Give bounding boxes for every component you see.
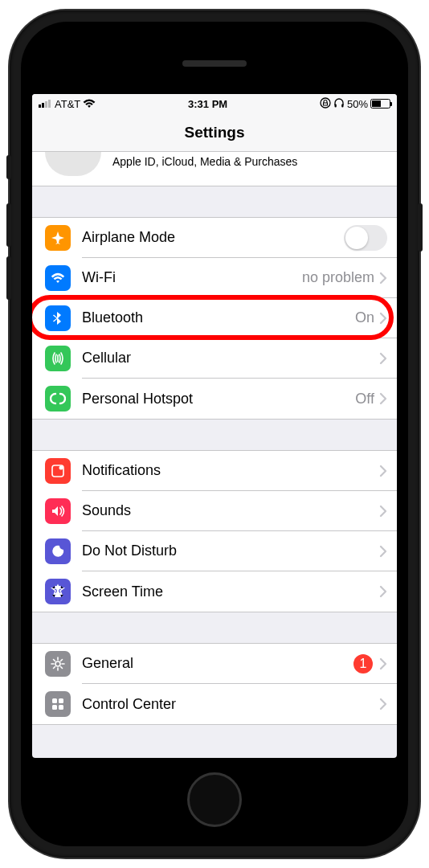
dnd-icon — [45, 538, 71, 564]
chevron-right-icon — [379, 272, 387, 285]
general-icon — [45, 651, 71, 677]
wifi-icon — [83, 99, 96, 108]
screen: AT&T 3:31 PM 50% — [32, 94, 397, 758]
settings-row-wi-fi[interactable]: Wi-Fino problem — [32, 258, 397, 298]
home-button[interactable] — [187, 772, 242, 827]
svg-rect-8 — [59, 698, 63, 703]
row-label: Do Not Disturb — [82, 542, 379, 559]
row-label: Sounds — [82, 502, 379, 519]
settings-row-personal-hotspot[interactable]: Personal HotspotOff — [32, 379, 397, 419]
svg-rect-9 — [52, 705, 57, 710]
battery-icon — [370, 99, 390, 108]
row-label: General — [82, 655, 353, 672]
svg-rect-1 — [334, 104, 336, 107]
row-label: Control Center — [82, 696, 379, 713]
settings-row-general[interactable]: General1 — [32, 644, 397, 684]
battery-level — [372, 100, 381, 107]
power-button — [418, 203, 423, 252]
chevron-right-icon — [379, 392, 387, 405]
row-value: Off — [355, 391, 374, 407]
chevron-right-icon — [379, 352, 387, 365]
chevron-right-icon — [379, 545, 387, 558]
settings-group: NotificationsSoundsDo Not DisturbScreen … — [32, 450, 397, 612]
settings-row-airplane-mode[interactable]: Airplane Mode — [32, 218, 397, 258]
settings-row-do-not-disturb[interactable]: Do Not Disturb — [32, 531, 397, 571]
chevron-right-icon — [379, 698, 387, 710]
mute-switch — [6, 155, 11, 179]
settings-row-screen-time[interactable]: Screen Time — [32, 571, 397, 612]
row-label: Screen Time — [82, 583, 379, 600]
settings-row-notifications[interactable]: Notifications — [32, 451, 397, 491]
nav-header: Settings — [32, 113, 397, 152]
settings-row-bluetooth[interactable]: BluetoothOn — [32, 298, 397, 338]
apple-id-row[interactable]: Apple ID, iCloud, Media & Purchases — [32, 152, 397, 186]
sounds-icon — [45, 498, 71, 524]
row-value: On — [355, 309, 374, 326]
volume-down-button — [6, 256, 11, 300]
row-label: Cellular — [82, 350, 379, 366]
screentime-icon — [45, 579, 71, 604]
row-label: Personal Hotspot — [82, 391, 355, 407]
row-label: Airplane Mode — [82, 229, 344, 246]
hotspot-icon — [45, 386, 71, 411]
chevron-right-icon — [379, 585, 387, 598]
controlcenter-icon — [45, 691, 71, 717]
cellular-icon — [45, 346, 71, 371]
signal-icon — [39, 100, 51, 108]
orientation-lock-icon — [320, 97, 331, 111]
svg-rect-2 — [341, 104, 343, 107]
wifi-icon — [45, 265, 71, 291]
status-bar: AT&T 3:31 PM 50% — [32, 94, 397, 113]
settings-row-cellular[interactable]: Cellular — [32, 338, 397, 379]
airplane-icon — [45, 225, 71, 251]
badge: 1 — [353, 654, 373, 674]
phone-frame: AT&T 3:31 PM 50% — [10, 10, 419, 858]
page-title: Settings — [185, 124, 245, 141]
carrier-label: AT&T — [55, 98, 80, 110]
volume-up-button — [6, 203, 11, 247]
chevron-right-icon — [379, 312, 387, 325]
svg-point-4 — [59, 466, 63, 470]
row-value: no problem — [302, 269, 374, 286]
headphones-icon — [333, 97, 345, 111]
settings-row-control-center[interactable]: Control Center — [32, 684, 397, 724]
airplane-mode-toggle[interactable] — [344, 225, 387, 251]
svg-point-6 — [55, 661, 60, 666]
chevron-right-icon — [379, 657, 387, 670]
battery-pct-label: 50% — [347, 98, 368, 110]
chevron-right-icon — [379, 505, 387, 518]
chevron-right-icon — [379, 465, 387, 477]
row-label: Wi-Fi — [82, 269, 302, 286]
notifications-icon — [45, 458, 71, 484]
settings-group: Airplane ModeWi-Fino problemBluetoothOnC… — [32, 217, 397, 420]
phone-speaker — [182, 60, 247, 67]
settings-content[interactable]: Apple ID, iCloud, Media & Purchases Airp… — [32, 152, 397, 758]
status-time: 3:31 PM — [188, 98, 227, 110]
settings-row-sounds[interactable]: Sounds — [32, 491, 397, 531]
row-label: Bluetooth — [82, 309, 355, 326]
svg-rect-10 — [59, 705, 63, 710]
row-label: Notifications — [82, 462, 379, 479]
avatar — [45, 152, 101, 176]
settings-group: General1Control Center — [32, 643, 397, 725]
apple-id-subtitle: Apple ID, iCloud, Media & Purchases — [112, 155, 297, 168]
bluetooth-icon — [45, 305, 71, 331]
svg-rect-7 — [52, 698, 57, 703]
